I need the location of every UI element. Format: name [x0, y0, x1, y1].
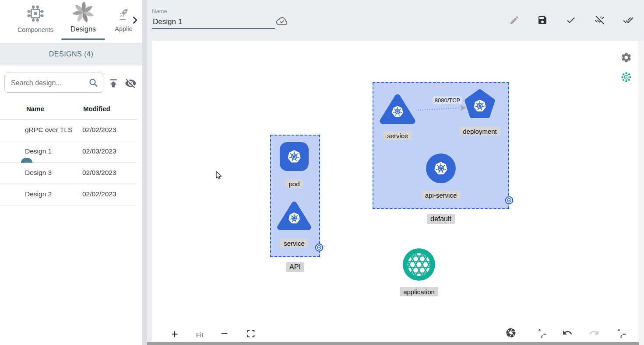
screenshot-shutter-icon[interactable] [506, 328, 517, 340]
node-application[interactable] [402, 247, 436, 283]
node-api-service[interactable] [426, 153, 456, 185]
search-box[interactable] [4, 73, 103, 93]
zoom-fit-button[interactable]: Fit [196, 331, 204, 338]
upload-design-icon[interactable] [108, 77, 119, 91]
vertical-scrollbar[interactable] [639, 41, 644, 345]
node-label: deployment [459, 127, 500, 136]
tab-components-label: Components [11, 26, 60, 33]
hide-designs-icon[interactable] [125, 77, 137, 91]
tabs-scroll-right-icon[interactable] [132, 16, 138, 26]
group-label: API [286, 262, 304, 272]
node-label: application [400, 287, 438, 296]
design-name-label: Name [152, 8, 167, 14]
table-row[interactable]: Design 1 02/03/2023 [0, 141, 137, 163]
tab-designs-label: Designs [60, 25, 106, 33]
components-icon [25, 3, 46, 25]
save-icon[interactable] [537, 15, 548, 25]
design-name: Design 3 [25, 169, 52, 177]
design-name-input[interactable] [152, 16, 277, 28]
deploy-done-all-icon[interactable] [623, 15, 633, 25]
group-resize-handle[interactable] [315, 243, 324, 254]
designs-table: gRPC over TLS 02/02/2023 Design 1 02/03/… [0, 119, 137, 206]
undeploy-remove-done-icon[interactable] [594, 15, 605, 25]
table-row[interactable]: Design 3 02/03/2023 [0, 163, 137, 184]
horizontal-scrollbar[interactable] [142, 342, 644, 345]
edit-icon[interactable] [509, 15, 520, 25]
validate-check-icon[interactable] [566, 15, 576, 25]
node-service-api[interactable] [275, 200, 313, 235]
node-label: pod [285, 179, 303, 188]
sidebar: Components Designs [0, 0, 142, 345]
group-label: default [427, 214, 455, 224]
node-label: api-service [422, 191, 461, 200]
design-name: Design 1 [25, 147, 52, 155]
design-modified: 02/02/2023 [82, 126, 116, 134]
node-deployment[interactable] [463, 88, 497, 123]
search-icon [88, 77, 99, 90]
meshery-app-window: Components Designs [0, 0, 644, 345]
avatar-badge [21, 158, 32, 163]
tab-applications-label: Applic [109, 25, 137, 32]
edge-label: 8080/TCP [433, 97, 462, 104]
zoom-out-button[interactable]: − [221, 327, 228, 340]
applications-icon [115, 5, 132, 24]
node-pod[interactable] [279, 141, 310, 174]
node-service-default[interactable] [377, 92, 418, 129]
cloud-saved-icon [275, 15, 289, 28]
column-header-modified[interactable]: Modified [83, 105, 110, 112]
redo-icon[interactable] [589, 328, 599, 340]
tab-designs[interactable]: Designs [60, 2, 106, 33]
designs-pinwheel-icon [73, 2, 94, 24]
group-resize-handle[interactable] [505, 196, 514, 206]
search-input[interactable] [10, 76, 82, 91]
node-label: service [384, 131, 412, 140]
mouse-cursor [216, 171, 222, 182]
reset-history-icon[interactable] [615, 328, 626, 340]
design-modified: 02/03/2023 [82, 169, 116, 177]
fullscreen-icon[interactable] [246, 329, 256, 340]
kubernetes-context-icon[interactable] [621, 72, 632, 84]
designs-count-header: DESIGNS (4) [0, 43, 142, 66]
rotate-left-icon[interactable] [536, 328, 546, 340]
canvas-settings-icon[interactable] [620, 52, 632, 65]
main-area: Name [142, 0, 644, 345]
node-label: service [280, 239, 308, 248]
sidebar-scrollbar[interactable] [142, 0, 147, 345]
column-header-name[interactable]: Name [26, 105, 44, 112]
input-underline [152, 28, 275, 29]
active-tab-indicator [61, 38, 105, 40]
design-modified: 02/03/2023 [82, 147, 116, 155]
design-modified: 02/02/2023 [82, 190, 116, 198]
design-name: Design 2 [25, 190, 52, 198]
zoom-in-button[interactable]: + [171, 328, 178, 341]
tab-components[interactable]: Components [11, 3, 60, 33]
design-canvas[interactable]: pod service API [152, 41, 639, 342]
undo-icon[interactable] [562, 328, 573, 340]
table-row[interactable]: gRPC over TLS 02/02/2023 [0, 120, 137, 141]
table-row[interactable]: Design 2 02/02/2023 [0, 184, 137, 206]
design-name: gRPC over TLS [25, 126, 72, 134]
